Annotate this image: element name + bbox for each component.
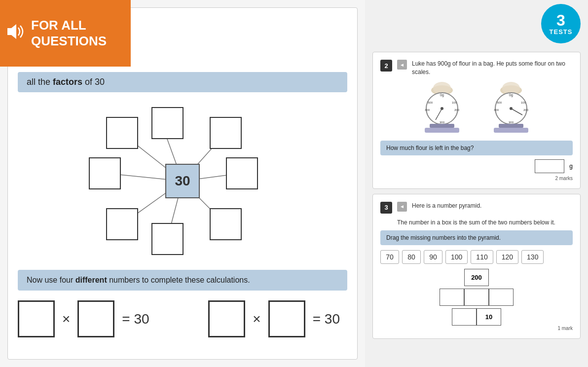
factor-box-tl[interactable] <box>106 117 138 149</box>
q2-header: 2 ◄ Luke has 900g of flour in a bag. He … <box>380 60 573 76</box>
svg-text:100: 100 <box>452 101 457 104</box>
factor-box-br[interactable] <box>210 208 242 240</box>
number-tile[interactable]: 70 <box>380 250 399 264</box>
calc-input-2b[interactable] <box>268 300 305 337</box>
scale-1: 0g 500 100 400 200 300 <box>415 81 469 136</box>
svg-point-19 <box>441 107 443 110</box>
speaker-icon[interactable] <box>7 24 25 42</box>
svg-text:500: 500 <box>497 101 502 104</box>
left-panel: FOR ALL QUESTIONS all the factors of 30 <box>0 0 365 367</box>
pyr-mid-center[interactable] <box>464 289 489 306</box>
pyr-bot-center: 10 <box>477 308 501 326</box>
q2-text: Luke has 900g of flour in a bag. He puts… <box>412 60 573 76</box>
number-tile[interactable]: 130 <box>521 250 544 264</box>
banner-text: FOR ALL QUESTIONS <box>31 18 107 48</box>
q2-number: 2 <box>380 60 392 72</box>
number-tile[interactable]: 100 <box>445 250 468 264</box>
calc-group-1: × = 30 <box>18 300 157 337</box>
tests-badge: 3 TESTS <box>541 4 581 43</box>
scales-row: 0g 500 100 400 200 300 <box>380 81 573 136</box>
factor-box-tr[interactable] <box>210 117 242 149</box>
q3-number: 3 <box>380 202 392 214</box>
svg-text:300: 300 <box>509 121 514 124</box>
pyr-mid-right[interactable] <box>489 289 514 306</box>
q2-unit: g <box>569 163 573 170</box>
question-3-section: 3 ◄ Here is a number pyramid. The number… <box>372 194 581 339</box>
q3-marks: 1 mark <box>380 326 573 331</box>
calc-input-1b[interactable] <box>77 300 114 337</box>
bottom-instruction: Now use four different numbers to comple… <box>18 270 347 291</box>
factor-box-bottom[interactable] <box>151 223 184 255</box>
q3-drag-instruction: Drag the missing numbers into the pyrami… <box>380 230 573 245</box>
instruction-bar: all the factors of 30 <box>18 72 347 92</box>
q2-answer-box[interactable] <box>535 159 564 173</box>
svg-text:200: 200 <box>523 109 529 111</box>
pyramid-container: 200 10 <box>380 269 573 323</box>
factor-box-left[interactable] <box>89 157 121 189</box>
pyr-top: 200 <box>464 269 489 286</box>
pyr-mid-left[interactable] <box>440 289 464 306</box>
right-panel: 3 TESTS 2 ◄ Luke has 900g of flour in a … <box>365 0 588 367</box>
q3-audio-icon[interactable]: ◄ <box>397 202 407 212</box>
svg-text:0g: 0g <box>509 93 513 97</box>
center-box: 30 <box>165 164 200 198</box>
number-tile[interactable]: 90 <box>424 250 442 264</box>
equals-1: = 30 <box>122 311 149 327</box>
multiply-symbol-1: × <box>62 311 70 327</box>
scale-2: 0g 500 100 400 200 300 <box>484 81 538 136</box>
number-tiles: 708090100110120130 <box>380 250 573 264</box>
svg-text:400: 400 <box>494 109 499 111</box>
svg-rect-20 <box>430 124 454 128</box>
factor-box-bl[interactable] <box>106 208 138 240</box>
svg-point-32 <box>510 107 513 110</box>
factor-grid: 30 <box>99 102 266 260</box>
pyramid: 200 10 <box>427 269 526 323</box>
tests-number: 3 <box>556 12 565 28</box>
calc-input-2a[interactable] <box>208 300 245 337</box>
svg-rect-34 <box>494 128 528 133</box>
q2-sub-instruction: How much flour is left in the bag? <box>380 141 573 155</box>
svg-text:100: 100 <box>521 101 526 104</box>
number-tile[interactable]: 120 <box>496 250 518 264</box>
question-2-section: 2 ◄ Luke has 900g of flour in a bag. He … <box>372 52 581 189</box>
svg-rect-33 <box>499 124 523 128</box>
number-tile[interactable]: 110 <box>471 250 493 264</box>
svg-marker-0 <box>7 24 16 39</box>
q3-subtext1: The number in a box is the sum of the tw… <box>397 219 573 227</box>
calc-input-1a[interactable] <box>18 300 55 337</box>
q3-text: Here is a number pyramid. <box>412 202 481 210</box>
q2-marks: 2 marks <box>380 176 573 181</box>
q2-audio-icon[interactable]: ◄ <box>397 60 407 70</box>
svg-text:400: 400 <box>425 109 430 111</box>
pyr-bot-left[interactable] <box>452 308 477 326</box>
factor-diagram: 30 <box>18 102 347 260</box>
q3-header: 3 ◄ Here is a number pyramid. <box>380 202 573 214</box>
calculation-row: × = 30 × = 30 <box>18 300 347 337</box>
tests-label: TESTS <box>550 28 573 36</box>
svg-text:200: 200 <box>454 109 460 111</box>
factor-box-right[interactable] <box>226 157 258 189</box>
svg-text:300: 300 <box>440 121 445 124</box>
svg-rect-21 <box>425 128 459 133</box>
svg-text:0g: 0g <box>440 93 444 97</box>
number-tile[interactable]: 80 <box>402 250 421 264</box>
multiply-symbol-2: × <box>253 311 260 327</box>
factor-box-top[interactable] <box>151 107 184 139</box>
q2-answer-row: g <box>380 159 573 173</box>
svg-text:500: 500 <box>428 101 433 104</box>
calc-group-2: × = 30 <box>208 300 347 337</box>
equals-2: = 30 <box>313 311 340 327</box>
orange-banner: FOR ALL QUESTIONS <box>0 0 131 67</box>
